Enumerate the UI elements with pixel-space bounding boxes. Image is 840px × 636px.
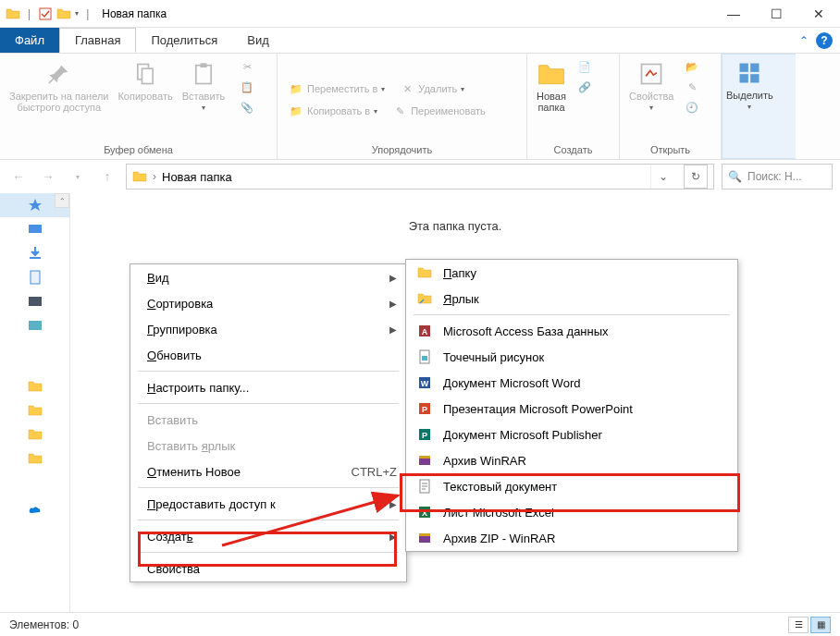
ctx-new-shortcut[interactable]: Ярлык — [406, 286, 737, 312]
ctx-paste-shortcut: Вставить ярлык — [130, 433, 406, 459]
refresh-button[interactable]: ↻ — [684, 165, 708, 189]
svg-text:A: A — [422, 327, 428, 336]
ctx-customize[interactable]: Настроить папку... — [130, 374, 406, 400]
copy-button[interactable]: Копировать — [116, 57, 174, 104]
copy-path-button[interactable]: 📋 — [236, 78, 258, 96]
ctx-view[interactable]: Вид▶ — [130, 264, 406, 290]
tab-home[interactable]: Главная — [59, 28, 136, 53]
svg-rect-8 — [740, 74, 748, 82]
search-icon: 🔍 — [728, 170, 742, 183]
delete-button[interactable]: ✕Удалить ▾ — [396, 80, 468, 98]
nav-back[interactable]: ← — [7, 165, 30, 188]
titlebar-sep2: | — [86, 7, 89, 20]
address-dropdown[interactable]: ⌄ — [650, 165, 674, 189]
select-button[interactable]: Выделить ▾ — [724, 56, 775, 113]
ctx-new-ppt[interactable]: PПрезентация Microsoft PowerPoint — [406, 396, 737, 422]
svg-rect-5 — [642, 65, 661, 84]
svg-text:W: W — [421, 379, 429, 388]
edit-button[interactable]: ✎ — [681, 78, 703, 96]
tree-documents[interactable] — [0, 265, 69, 289]
svg-rect-12 — [29, 297, 42, 306]
tree-videos[interactable] — [0, 289, 69, 313]
address-folder-icon — [132, 169, 147, 184]
ctx-give-access[interactable]: Предоставить доступ к▶ — [130, 491, 406, 517]
tree-onedrive[interactable] — [0, 498, 69, 522]
svg-text:P: P — [422, 431, 427, 440]
ctx-undo[interactable]: Отменить НовоеCTRL+Z — [130, 459, 406, 484]
ctx-sort[interactable]: Сортировка▶ — [130, 290, 406, 316]
nav-tree[interactable]: ⌃ — [0, 193, 70, 612]
move-to-button[interactable]: 📁Переместить в ▾ — [285, 80, 389, 98]
context-menu: Вид▶ Сортировка▶ Группировка▶ Обновить Н… — [130, 263, 407, 582]
open-button[interactable]: 📂 — [681, 57, 703, 76]
svg-rect-17 — [422, 356, 427, 361]
close-button[interactable]: ✕ — [797, 0, 840, 28]
address-bar[interactable]: › Новая папка ⌄ ↻ — [126, 164, 714, 190]
ribbon: Закрепить на панели быстрого доступа Коп… — [0, 54, 840, 160]
status-bar: Элементов: 0 ☰ ▦ — [0, 612, 840, 636]
new-item-button[interactable]: 📄 — [574, 57, 596, 76]
properties-button[interactable]: Свойства ▾ — [627, 57, 675, 114]
pin-quick-access-button[interactable]: Закрепить на панели быстрого доступа — [7, 57, 110, 115]
nav-up[interactable]: ↑ — [96, 165, 118, 188]
tab-share[interactable]: Поделиться — [136, 28, 232, 53]
ctx-new-excel[interactable]: XЛист Microsoft Excel — [406, 499, 737, 525]
view-details-button[interactable]: ☰ — [788, 617, 809, 633]
group-clipboard-label: Буфер обмена — [7, 142, 269, 157]
svg-rect-4 — [201, 63, 207, 67]
folder-icon — [6, 6, 20, 21]
tree-scroll-up[interactable]: ⌃ — [55, 193, 69, 208]
tree-downloads[interactable] — [0, 241, 69, 265]
tree-folder1[interactable] — [0, 374, 69, 398]
group-organize-label: Упорядочить — [285, 142, 519, 157]
ctx-new-text[interactable]: Текстовый документ — [406, 473, 737, 499]
ctx-new-access[interactable]: AMicrosoft Access База данных — [406, 318, 737, 344]
paste-shortcut-button[interactable]: 📎 — [236, 98, 258, 116]
ctx-new-zip[interactable]: Архив ZIP - WinRAR — [406, 525, 737, 551]
tree-folder3[interactable] — [0, 422, 69, 446]
ribbon-collapse[interactable]: ⌃ — [799, 34, 809, 47]
ctx-paste: Вставить — [130, 407, 406, 433]
qat-checkbox-icon[interactable] — [38, 6, 53, 21]
group-select-label — [724, 153, 794, 156]
window-title: Новая папка — [102, 7, 167, 20]
ctx-new-word[interactable]: WДокумент Microsoft Word — [406, 370, 737, 396]
maximize-button[interactable]: ☐ — [755, 0, 797, 28]
ctx-group[interactable]: Группировка▶ — [130, 316, 406, 342]
ctx-new-bitmap[interactable]: Точечный рисунок — [406, 344, 737, 370]
history-button[interactable]: 🕘 — [681, 98, 703, 116]
rename-button[interactable]: ✎Переименовать — [389, 102, 489, 120]
nav-row: ← → ▾ ↑ › Новая папка ⌄ ↻ 🔍 Поиск: Н... — [0, 160, 840, 193]
ctx-new-folder[interactable]: Папку — [406, 260, 737, 286]
breadcrumb-chevron[interactable]: › — [153, 170, 156, 183]
tree-folder2[interactable] — [0, 398, 69, 422]
svg-rect-10 — [29, 225, 42, 233]
group-create-label: Создать — [535, 142, 611, 157]
tree-pictures[interactable] — [0, 313, 69, 337]
tree-folder4[interactable] — [0, 446, 69, 471]
svg-text:X: X — [422, 508, 427, 518]
minimize-button[interactable]: — — [712, 0, 755, 28]
copy-to-button[interactable]: 📁Копировать в ▾ — [285, 102, 381, 120]
paste-button[interactable]: Вставить ▾ — [180, 57, 228, 114]
search-box[interactable]: 🔍 Поиск: Н... — [722, 164, 833, 190]
help-button[interactable]: ? — [816, 32, 833, 49]
cut-button[interactable]: ✂ — [236, 57, 258, 76]
context-submenu-create: Папку Ярлык AMicrosoft Access База данны… — [405, 259, 738, 552]
ctx-refresh[interactable]: Обновить — [130, 342, 406, 368]
qat-folder-icon[interactable] — [56, 6, 71, 21]
tree-desktop[interactable] — [0, 217, 69, 241]
ctx-properties[interactable]: Свойства — [130, 556, 406, 581]
new-folder-button[interactable]: Новая папка — [535, 57, 568, 115]
qat-dropdown[interactable]: ▾ — [75, 9, 79, 18]
ctx-new-publisher[interactable]: PДокумент Microsoft Publisher — [406, 422, 737, 447]
tab-view[interactable]: Вид — [232, 28, 284, 53]
view-icons-button[interactable]: ▦ — [810, 617, 831, 633]
tab-file[interactable]: Файл — [0, 28, 59, 53]
nav-forward[interactable]: → — [37, 165, 59, 188]
ctx-new-winrar[interactable]: Архив WinRAR — [406, 447, 737, 473]
nav-recent[interactable]: ▾ — [67, 165, 89, 188]
breadcrumb[interactable]: Новая папка — [162, 170, 232, 184]
easy-access-button[interactable]: 🔗 — [574, 78, 596, 96]
ctx-create[interactable]: Создать▶ — [130, 523, 406, 549]
